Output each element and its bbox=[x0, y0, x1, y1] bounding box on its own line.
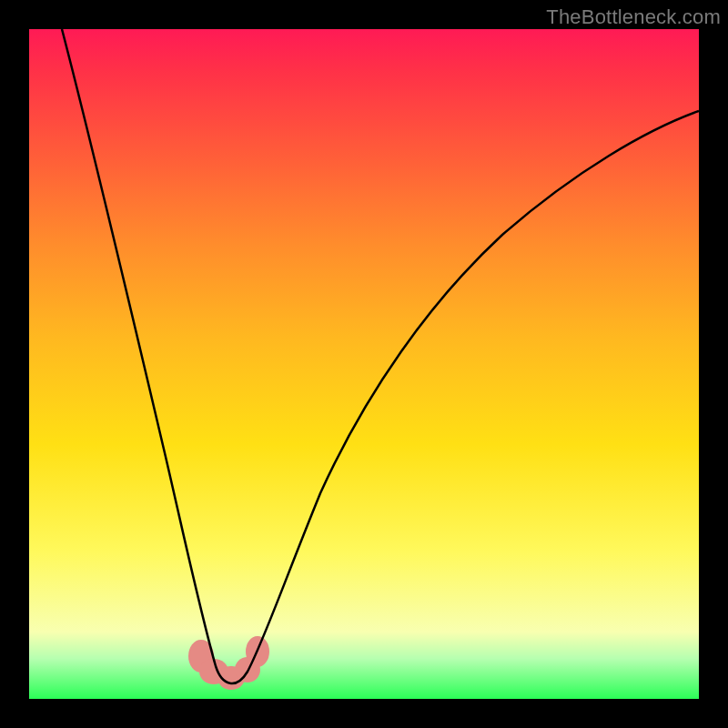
chart-frame: TheBottleneck.com bbox=[0, 0, 728, 728]
highlight-region bbox=[188, 636, 269, 690]
bottleneck-curve bbox=[62, 29, 699, 683]
watermark-text: TheBottleneck.com bbox=[546, 5, 721, 29]
plot-area bbox=[29, 29, 699, 699]
bottleneck-curve-layer bbox=[29, 29, 699, 699]
